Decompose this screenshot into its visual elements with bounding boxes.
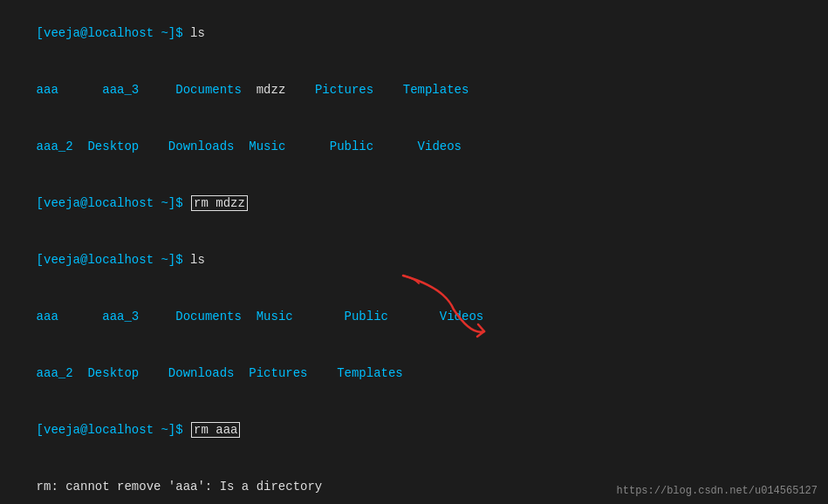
file-name: Downloads [168, 366, 235, 380]
file-name: Desktop [87, 366, 139, 380]
terminal-window: [veeja@localhost ~]$ ls aaa aaa_3 Docume… [0, 0, 828, 504]
file-name: aaa [37, 310, 58, 324]
file-name: Music [249, 140, 285, 153]
terminal-line: [veeja@localhost ~]$ ls [7, 232, 821, 289]
file-name: Public [330, 140, 373, 153]
file-name: Videos [440, 310, 483, 324]
terminal-line: [veeja@localhost ~]$ rm aaa [7, 402, 821, 459]
file-name: aaa_3 [102, 83, 139, 97]
file-name: Documents [175, 310, 242, 324]
file-name: Public [345, 310, 388, 324]
file-name: aaa_3 [102, 310, 139, 324]
prompt: [veeja@localhost ~]$ [37, 253, 183, 267]
command-box: rm aaa [191, 422, 240, 438]
terminal-line: [veeja@localhost ~]$ ls [7, 5, 821, 62]
file-name: Templates [337, 366, 403, 380]
file-name: Videos [418, 140, 462, 153]
file-name: aaa_2 [37, 366, 73, 380]
terminal-line: aaa_2 Desktop Downloads Music Public Vid… [7, 119, 821, 175]
file-name: Documents [175, 83, 242, 97]
file-name: aaa [37, 83, 58, 97]
terminal-line: aaa_2 Desktop Downloads Pictures Templat… [7, 345, 821, 402]
file-name: Downloads [168, 140, 235, 153]
prompt: [veeja@localhost ~]$ [37, 423, 183, 437]
watermark: https://blog.csdn.net/u014565127 [617, 485, 818, 497]
prompt: [veeja@localhost ~]$ [37, 26, 183, 40]
terminal-line: aaa aaa_3 Documents Music Public Videos [7, 289, 821, 345]
file-name: Templates [403, 83, 469, 97]
terminal-line: rm: cannot remove 'aaa': Is a directory [7, 460, 821, 505]
file-name: Music [257, 310, 293, 324]
terminal-line: aaa aaa_3 Documents mdzz Pictures Templa… [7, 62, 821, 119]
prompt: [veeja@localhost ~]$ [37, 196, 183, 210]
command-box: rm mdzz [191, 195, 248, 211]
file-name: Pictures [249, 366, 307, 380]
file-name: aaa_2 [37, 140, 73, 153]
file-name: Desktop [87, 140, 139, 153]
file-name: Pictures [315, 83, 373, 97]
terminal-line: [veeja@localhost ~]$ rm mdzz [7, 175, 821, 232]
